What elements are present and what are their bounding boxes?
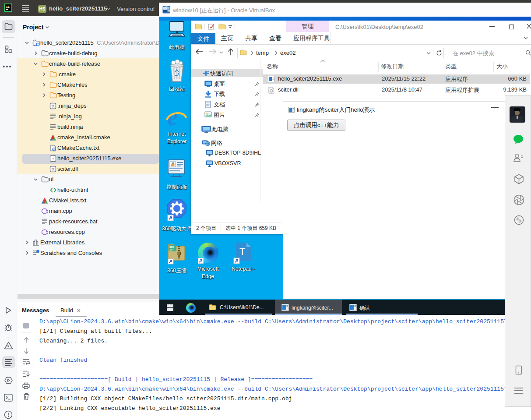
svg-text:ZIP: ZIP	[169, 248, 173, 251]
svg-text:?: ?	[52, 157, 54, 161]
svg-text:T: T	[239, 246, 245, 257]
svg-text:?: ?	[52, 104, 54, 109]
svg-text:?: ?	[52, 167, 54, 172]
svg-text:3D: 3D	[167, 10, 170, 13]
